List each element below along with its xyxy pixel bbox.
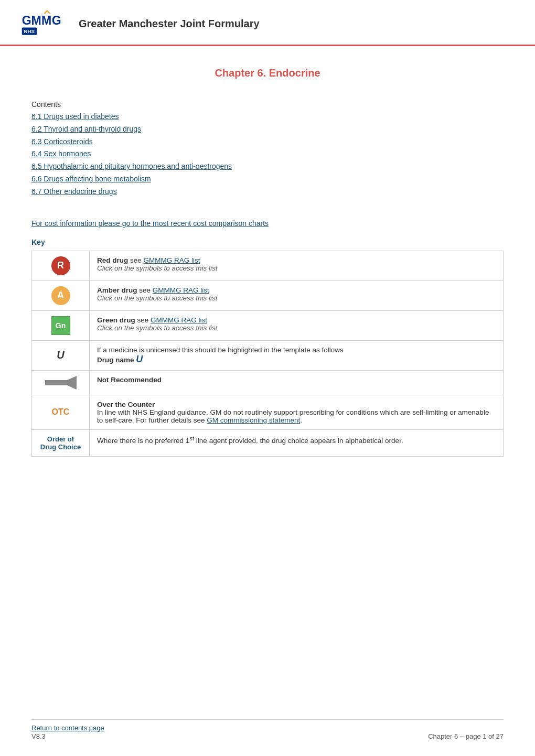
contents-link-64[interactable]: 6.4 Sex hormones — [31, 148, 504, 160]
order-symbol: Order of Drug Choice — [40, 435, 81, 451]
table-row: A Amber drug see GMMMG RAG list Click on… — [32, 280, 504, 310]
header-title: Greater Manchester Joint Formulary — [79, 18, 260, 30]
contents-link-66[interactable]: 6.6 Drugs affecting bone metabolism — [31, 173, 504, 186]
symbol-cell-red: R — [32, 251, 90, 280]
red-rag-link[interactable]: GMMMG RAG list — [144, 256, 200, 264]
symbol-cell-otc: OTC — [32, 395, 90, 429]
symbol-cell-u: U — [32, 340, 90, 370]
red-drug-label: Red drug — [97, 256, 128, 264]
amber-drug-label: Amber drug — [97, 286, 137, 294]
amber-rag-link[interactable]: GMMMG RAG list — [153, 286, 209, 294]
cost-info-link[interactable]: For cost information please go to the mo… — [31, 219, 269, 228]
footer-left: Return to contents page V8.3 — [31, 724, 104, 740]
svg-marker-6 — [45, 376, 77, 390]
chapter-title: Chapter 6. Endocrine — [21, 67, 514, 79]
unlicensed-description: If a medicine is unlicensed this should … — [97, 346, 344, 354]
drug-name-u: Drug name U — [97, 356, 143, 364]
order-description: Where there is no preferred 1st line age… — [97, 437, 403, 445]
key-label: Key — [31, 238, 504, 246]
symbol-cell-not-rec — [32, 370, 90, 395]
red-drug-symbol: R — [51, 256, 70, 275]
svg-text:G: G — [22, 14, 31, 27]
description-cell-u: If a medicine is unlicensed this should … — [90, 340, 504, 370]
unlicensed-symbol: U — [57, 349, 64, 361]
symbol-cell-green: Gn — [32, 310, 90, 340]
contents-link-67[interactable]: 6.7 Other endocrine drugs — [31, 186, 504, 198]
green-drug-symbol: Gn — [51, 316, 70, 335]
otc-label: Over the Counter — [97, 401, 155, 408]
amber-drug-italic: Click on the symbols to access this list — [97, 294, 218, 302]
commissioning-statement-link[interactable]: GM commissioning statement — [207, 416, 300, 424]
contents-link-65[interactable]: 6.5 Hypothalamic and pituitary hormones … — [31, 160, 504, 173]
contents-area: Contents 6.1 Drugs used in diabetes 6.2 … — [0, 90, 535, 209]
green-drug-label: Green drug — [97, 316, 135, 324]
table-row: Order of Drug Choice Where there is no p… — [32, 429, 504, 456]
logo-area: G M M G NHS — [21, 9, 63, 38]
header: G M M G NHS Greater Manchester Joint For… — [0, 0, 535, 46]
red-drug-italic: Click on the symbols to access this list — [97, 264, 218, 272]
table-row: Not Recommended — [32, 370, 504, 395]
symbol-cell-order: Order of Drug Choice — [32, 429, 90, 456]
footer-page-info: Chapter 6 – page 1 of 27 — [428, 732, 504, 740]
not-recommended-symbol-container — [39, 376, 82, 390]
description-cell-order: Where there is no preferred 1st line age… — [90, 429, 504, 456]
otc-description: In line with NHS England guidance, GM do… — [97, 408, 489, 424]
green-rag-link[interactable]: GMMMG RAG list — [151, 316, 207, 324]
footer-version: V8.3 — [31, 732, 46, 740]
not-rec-label: Not Recommended — [97, 376, 162, 384]
table-row: R Red drug see GMMMG RAG list Click on t… — [32, 251, 504, 280]
green-drug-italic: Click on the symbols to access this list — [97, 324, 218, 332]
contents-link-61[interactable]: 6.1 Drugs used in diabetes — [31, 111, 504, 123]
description-cell-green: Green drug see GMMMG RAG list Click on t… — [90, 310, 504, 340]
key-section: Key R Red drug see GMMMG RAG list Click … — [0, 233, 535, 467]
table-row: Gn Green drug see GMMMG RAG list Click o… — [32, 310, 504, 340]
not-recommended-icon — [45, 376, 77, 390]
gmmg-logo: G M M G NHS — [21, 9, 63, 38]
cost-info: For cost information please go to the mo… — [0, 209, 535, 233]
contents-links: 6.1 Drugs used in diabetes 6.2 Thyroid a… — [31, 111, 504, 198]
table-row: OTC Over the Counter In line with NHS En… — [32, 395, 504, 429]
table-row: U If a medicine is unlicensed this shoul… — [32, 340, 504, 370]
description-cell-otc: Over the Counter In line with NHS Englan… — [90, 395, 504, 429]
description-cell-red: Red drug see GMMMG RAG list Click on the… — [90, 251, 504, 280]
svg-text:G: G — [52, 14, 61, 27]
footer: Return to contents page V8.3 Chapter 6 –… — [31, 719, 504, 740]
amber-drug-symbol: A — [51, 286, 70, 305]
chapter-title-area: Chapter 6. Endocrine — [0, 46, 535, 90]
svg-text:NHS: NHS — [24, 28, 35, 34]
svg-text:M: M — [31, 14, 41, 27]
contents-link-63[interactable]: 6.3 Corticosteroids — [31, 136, 504, 148]
return-to-contents-link[interactable]: Return to contents page — [31, 724, 104, 732]
key-table: R Red drug see GMMMG RAG list Click on t… — [31, 251, 504, 457]
otc-symbol: OTC — [52, 407, 70, 416]
symbol-cell-amber: A — [32, 280, 90, 310]
contents-link-62[interactable]: 6.2 Thyroid and anti-thyroid drugs — [31, 123, 504, 136]
description-cell-amber: Amber drug see GMMMG RAG list Click on t… — [90, 280, 504, 310]
svg-text:M: M — [41, 14, 51, 27]
description-cell-not-rec: Not Recommended — [90, 370, 504, 395]
contents-label: Contents — [31, 100, 504, 109]
